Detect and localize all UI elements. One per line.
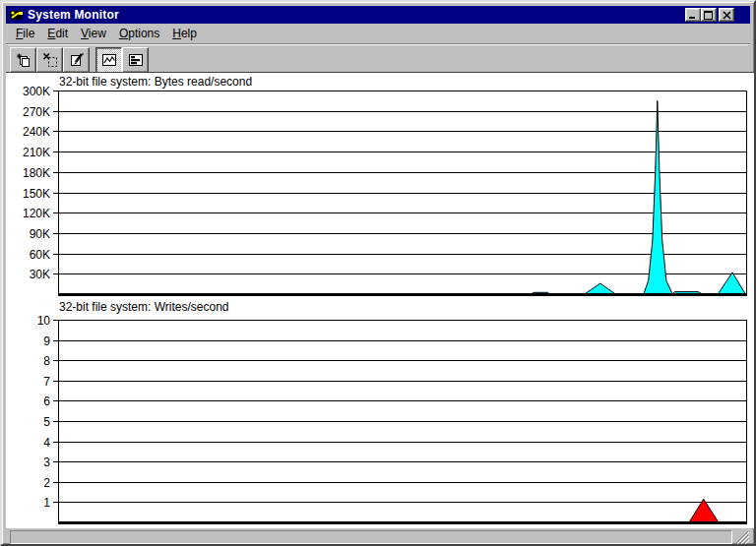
- add-item-button[interactable]: [10, 47, 36, 73]
- svg-text:4: 4: [43, 436, 50, 450]
- svg-text:7: 7: [43, 375, 50, 389]
- svg-text:60K: 60K: [30, 248, 50, 262]
- menu-help[interactable]: Help: [171, 26, 198, 41]
- svg-text:6: 6: [43, 394, 50, 408]
- titlebar-buttons: [685, 8, 734, 22]
- system-monitor-icon: [10, 8, 24, 22]
- statusbar: [6, 530, 750, 544]
- minimize-icon: [688, 11, 698, 20]
- toolbar: [6, 43, 750, 72]
- edit-item-icon: [69, 52, 85, 68]
- menubar: File Edit View Options Help: [6, 25, 750, 42]
- svg-text:8: 8: [43, 354, 50, 368]
- window-title: System Monitor: [28, 8, 685, 22]
- minimize-button[interactable]: [685, 8, 701, 22]
- svg-text:2: 2: [43, 476, 50, 490]
- line-chart-icon: [101, 52, 117, 68]
- svg-text:150K: 150K: [23, 187, 50, 201]
- status-panel: [10, 530, 732, 544]
- bar-chart-view-button[interactable]: [122, 47, 149, 73]
- bar-chart-icon: [128, 52, 144, 68]
- titlebar[interactable]: System Monitor: [6, 6, 750, 24]
- line-chart-view-button[interactable]: [95, 47, 122, 73]
- svg-text:180K: 180K: [23, 166, 50, 180]
- maximize-button[interactable]: [701, 8, 717, 22]
- add-item-icon: [16, 52, 32, 68]
- svg-text:30K: 30K: [30, 268, 50, 281]
- svg-text:5: 5: [43, 415, 50, 429]
- svg-text:270K: 270K: [23, 105, 50, 119]
- svg-text:210K: 210K: [23, 146, 50, 159]
- remove-item-button[interactable]: [36, 47, 63, 73]
- charts-plot: 300K270K240K210K180K150K120K90K60K30K109…: [6, 73, 754, 529]
- menu-file[interactable]: File: [15, 26, 35, 41]
- menu-edit[interactable]: Edit: [46, 26, 69, 41]
- close-icon: [723, 11, 731, 20]
- svg-text:1: 1: [43, 496, 50, 510]
- maximize-icon: [704, 11, 714, 20]
- svg-text:10: 10: [37, 314, 51, 328]
- chart-area: 32-bit file system: Bytes read/second 32…: [6, 72, 754, 528]
- edit-item-button[interactable]: [63, 47, 90, 73]
- svg-text:3: 3: [43, 455, 50, 469]
- svg-text:300K: 300K: [23, 85, 50, 98]
- menu-view[interactable]: View: [80, 26, 107, 41]
- resize-grip[interactable]: [735, 530, 749, 544]
- resize-grip-icon: [735, 530, 749, 544]
- svg-text:90K: 90K: [30, 227, 50, 241]
- svg-text:120K: 120K: [23, 207, 50, 220]
- close-button[interactable]: [719, 8, 734, 22]
- menu-options[interactable]: Options: [118, 26, 160, 41]
- system-monitor-window: System Monitor File Edit Vie: [0, 0, 756, 546]
- svg-text:9: 9: [43, 334, 50, 348]
- svg-text:240K: 240K: [23, 125, 50, 139]
- remove-item-icon: [42, 52, 58, 68]
